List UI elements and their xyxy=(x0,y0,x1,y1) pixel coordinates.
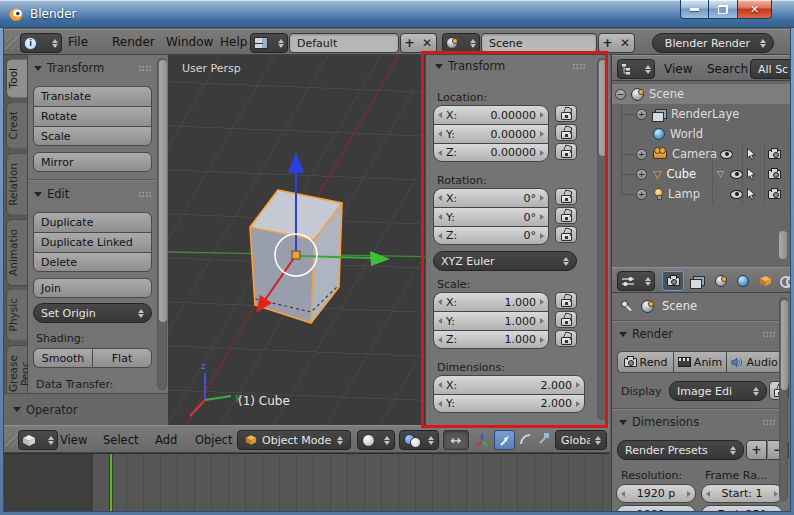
expand-expander[interactable] xyxy=(636,149,647,160)
menu-add[interactable]: Add xyxy=(155,433,177,447)
menu-render[interactable]: Render xyxy=(112,35,155,49)
tab-scene-properties[interactable] xyxy=(710,271,732,291)
tab-object-properties[interactable] xyxy=(754,271,776,291)
manipulator-z-arrow[interactable] xyxy=(288,152,304,173)
close-button[interactable]: ✕ xyxy=(737,0,772,19)
editor-corner-grip[interactable] xyxy=(5,433,19,447)
scrollbar-thumb[interactable] xyxy=(159,60,167,322)
panel-grip-icon[interactable] xyxy=(138,65,151,72)
collapse-expander[interactable] xyxy=(615,89,626,100)
current-frame-indicator[interactable] xyxy=(110,454,112,511)
renderability-camera-icon[interactable] xyxy=(768,150,781,159)
lock-rotation-z-button[interactable] xyxy=(555,226,577,243)
lock-scale-z-button[interactable] xyxy=(555,330,577,347)
lock-rotation-y-button[interactable] xyxy=(555,207,577,224)
outliner-row-renderlayers[interactable]: RenderLaye xyxy=(612,104,790,124)
tab-constraints-properties[interactable] xyxy=(776,271,790,291)
outliner-row-cube[interactable]: ▽ Cube ▽ xyxy=(612,164,790,184)
translate-button[interactable]: Translate xyxy=(33,86,152,106)
scale-button[interactable]: Scale xyxy=(33,126,152,146)
panel-grip-icon[interactable] xyxy=(762,331,775,338)
scene-name-field[interactable]: Scene xyxy=(481,33,597,53)
display-mode-dropdown[interactable]: Image Edi xyxy=(669,381,767,401)
lock-scale-y-button[interactable] xyxy=(555,311,577,328)
menu-window[interactable]: Window xyxy=(166,35,213,49)
outliner-row-lamp[interactable]: Lamp xyxy=(612,184,790,204)
rotation-y-field[interactable]: Y:0° xyxy=(433,207,549,226)
screen-layout-button[interactable] xyxy=(250,33,288,53)
scale-y-field[interactable]: Y:1.000 xyxy=(433,311,549,330)
visibility-eye-icon[interactable] xyxy=(720,150,733,159)
pivot-point-dropdown[interactable] xyxy=(399,430,439,450)
minimize-button[interactable] xyxy=(680,0,709,19)
rotation-z-field[interactable]: Z:0° xyxy=(433,226,549,245)
render-audio-button[interactable]: Audio xyxy=(726,351,783,373)
scale-z-field[interactable]: Z:1.000 xyxy=(433,330,549,349)
layout-name-field[interactable]: Default xyxy=(289,33,399,53)
viewport-shading-dropdown[interactable] xyxy=(357,430,395,450)
menu-view[interactable]: View xyxy=(60,433,87,447)
mirror-button[interactable]: Mirror xyxy=(33,152,152,172)
flat-button[interactable]: Flat xyxy=(92,348,152,368)
outliner-row-world[interactable]: World xyxy=(612,124,790,144)
transform-panel-header[interactable]: Transform xyxy=(33,59,152,77)
frame-end-field[interactable]: End: 250 xyxy=(701,505,783,511)
render-engine-dropdown[interactable]: Blender Render xyxy=(652,33,774,53)
location-y-field[interactable]: Y:0.00000 xyxy=(433,124,549,143)
tab-physics[interactable]: Physic xyxy=(6,288,27,341)
edit-panel-header[interactable]: Edit xyxy=(33,185,152,203)
render-panel-header[interactable]: Render xyxy=(618,325,776,343)
join-button[interactable]: Join xyxy=(33,278,152,298)
menu-object[interactable]: Object xyxy=(195,433,232,447)
tab-create[interactable]: Creat xyxy=(6,101,27,149)
transform-orientation-dropdown[interactable]: Global xyxy=(555,430,607,450)
menu-file[interactable]: File xyxy=(68,35,88,49)
expand-expander[interactable] xyxy=(636,189,647,200)
outliner-search-menu[interactable]: Search xyxy=(707,62,748,76)
lock-rotation-x-button[interactable] xyxy=(555,188,577,205)
location-x-field[interactable]: X:0.00000 xyxy=(433,105,549,124)
outliner-view-menu[interactable]: View xyxy=(664,62,692,76)
selectability-cursor-icon[interactable] xyxy=(746,188,757,201)
renderability-camera-icon[interactable] xyxy=(768,170,781,179)
rotate-button[interactable]: Rotate xyxy=(33,106,152,126)
selectability-cursor-icon[interactable] xyxy=(746,148,757,161)
expand-expander[interactable] xyxy=(636,169,647,180)
tool-shelf-scrollbar[interactable] xyxy=(157,58,167,390)
panel-grip-icon[interactable] xyxy=(762,419,775,426)
editor-type-3dview-button[interactable] xyxy=(18,430,58,450)
transform-panel-header[interactable]: Transform xyxy=(434,57,586,75)
scale-manipulator-button[interactable] xyxy=(537,432,550,445)
editor-type-info-button[interactable] xyxy=(20,33,62,53)
dimensions-y-field[interactable]: Y:2.000 xyxy=(433,394,585,413)
menu-select[interactable]: Select xyxy=(103,433,138,447)
rotation-x-field[interactable]: X:0° xyxy=(433,188,549,207)
window-titlebar[interactable]: Blender ✕ xyxy=(0,0,794,28)
manipulator-y-arrow[interactable] xyxy=(370,251,390,266)
expand-expander[interactable] xyxy=(636,109,647,120)
scale-x-field[interactable]: X:1.000 xyxy=(433,292,549,311)
lock-location-x-button[interactable] xyxy=(555,105,577,122)
render-still-button[interactable]: Rend xyxy=(617,351,673,373)
tab-render-layers-properties[interactable] xyxy=(686,271,708,291)
renderability-camera-icon[interactable] xyxy=(768,190,781,199)
outliner-display-filter-dropdown[interactable]: All Sc xyxy=(750,59,790,79)
frame-start-field[interactable]: Start: 1 xyxy=(701,484,783,503)
outliner-scrollbar-thumb[interactable] xyxy=(779,231,787,259)
add-preset-button[interactable]: + xyxy=(746,440,767,460)
rotation-mode-dropdown[interactable]: XYZ Euler xyxy=(433,251,577,271)
remove-layout-button[interactable]: ✕ xyxy=(418,33,437,53)
resolution-y-field[interactable]: 1080 p xyxy=(616,505,696,511)
lock-location-y-button[interactable] xyxy=(555,124,577,141)
pin-icon[interactable] xyxy=(620,300,633,313)
maximize-button[interactable] xyxy=(709,0,737,19)
sidebar-scrollbar[interactable] xyxy=(597,58,607,420)
tab-relations[interactable]: Relation xyxy=(6,153,27,216)
lock-scale-x-button[interactable] xyxy=(555,292,577,309)
remove-scene-button[interactable]: ✕ xyxy=(616,33,635,53)
lock-location-z-button[interactable] xyxy=(555,143,577,160)
duplicate-linked-button[interactable]: Duplicate Linked xyxy=(33,232,152,252)
tab-render-properties[interactable] xyxy=(662,271,684,291)
selectability-cursor-icon[interactable] xyxy=(746,168,757,181)
properties-scrollbar-thumb[interactable] xyxy=(781,300,788,390)
